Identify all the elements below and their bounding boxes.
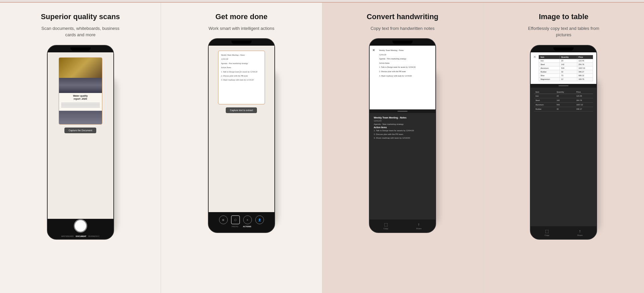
features-container: Superior quality scans Scan documents, w… bbox=[0, 3, 644, 293]
phone-hw-topbar bbox=[370, 39, 435, 46]
th-dark-qty: Quantity bbox=[555, 90, 575, 94]
th-dark-price: Price bbox=[575, 90, 593, 94]
hw-line-7: 3. Share roadway with team by 12/10/20 bbox=[221, 79, 262, 81]
table-row-dark: Iron23123.45 bbox=[534, 94, 593, 98]
close-button[interactable]: ✕ bbox=[372, 48, 375, 52]
td-dark-qty: 543 bbox=[555, 102, 575, 107]
hw-line-5: 1. Talk to Design team for assets by 12/… bbox=[221, 70, 262, 73]
hw-note-line4: Action Items bbox=[379, 62, 431, 65]
feature-scan-title: Superior quality scans bbox=[41, 12, 120, 22]
image-table-dark: Item Quantity Price Iron23123.45 Steel14… bbox=[534, 90, 593, 111]
table-row: Magnesium12160.76 bbox=[539, 77, 593, 81]
phone-scan: Water qualityreport -2020 Capture the Do… bbox=[47, 45, 114, 240]
td-qty: 142 bbox=[560, 62, 577, 66]
th-item: Item bbox=[539, 55, 560, 59]
phone-scan-wrapper: Water qualityreport -2020 Capture the Do… bbox=[47, 45, 114, 240]
tab-document[interactable]: DOCUMENT bbox=[76, 235, 87, 237]
icon-actions[interactable]: ⬡ bbox=[231, 215, 240, 224]
table-row: Iron23123.45 bbox=[539, 59, 593, 62]
hw-action-label: Action Items bbox=[374, 126, 431, 129]
hw-note-line2: 12/01/20 bbox=[379, 53, 431, 57]
hw-note-line5: 1. Talk to Design team for assets by 12/… bbox=[379, 66, 431, 69]
it-copy-action[interactable]: ⬚ Copy bbox=[545, 229, 549, 236]
td-dark-item: Rubber bbox=[534, 107, 555, 111]
td-dark-item: Aluminum bbox=[534, 102, 555, 107]
phone-scan-notch bbox=[70, 47, 91, 51]
doc-line bbox=[61, 105, 100, 106]
td-price: 1937.22 bbox=[577, 66, 593, 70]
td-item: Aluminum bbox=[539, 66, 560, 70]
phone-hw-wrapper: ✕ Weekly Team Meeting - Notes 12/01/20 A… bbox=[369, 38, 436, 233]
capture-text-button[interactable]: Capture text to extract bbox=[226, 107, 257, 113]
hw-action-1: 1. Talk to Design team for assets by 12/… bbox=[374, 129, 431, 132]
td-item: Iron bbox=[539, 59, 560, 62]
icon-table[interactable]: ⊞ bbox=[219, 215, 228, 224]
hw-note-line3: Agenda - New marketing strategy bbox=[379, 57, 431, 61]
doc-title-area: Water qualityreport -2020 bbox=[59, 93, 102, 102]
capture-doc-button[interactable]: Capture the Document bbox=[64, 128, 96, 133]
copy-label: Copy bbox=[384, 228, 388, 230]
phone-hw: ✕ Weekly Team Meeting - Notes 12/01/20 A… bbox=[369, 38, 436, 233]
td-item: Silce bbox=[539, 74, 560, 77]
doc-title-text: Water qualityreport -2020 bbox=[61, 94, 100, 100]
phone-actions-topbar bbox=[209, 39, 274, 46]
hw-note-line1: Weekly Team Meeting - Notes bbox=[379, 49, 431, 52]
td-qty: 23 bbox=[560, 59, 577, 62]
it-share-action[interactable]: ↑ Share bbox=[577, 229, 583, 236]
td-qty: 73 bbox=[560, 74, 577, 77]
table-row-dark: Aluminum5431937.22 bbox=[534, 102, 593, 107]
td-price: 346.27 bbox=[577, 70, 593, 74]
icon-read[interactable]: ≡ bbox=[243, 215, 252, 224]
copy-action[interactable]: ⬚ Copy bbox=[384, 222, 388, 230]
td-item: Magnesium bbox=[539, 77, 560, 81]
hw-converted-agenda: Agenda - New marketing strategy bbox=[374, 123, 431, 125]
tab-actions[interactable]: ACTIONS bbox=[243, 226, 251, 228]
hw-line-3: Agenda - New marketing strategy bbox=[221, 62, 262, 65]
it-copy-label: Copy bbox=[545, 234, 549, 236]
td-dark-price: 346.17 bbox=[575, 107, 593, 111]
td-dark-price: 123.45 bbox=[575, 94, 593, 98]
doc-img-building bbox=[59, 111, 102, 124]
hw-bottom-section: Weekly Team Meeting - Notes 12/01/20 Age… bbox=[370, 113, 435, 219]
td-price: 160.76 bbox=[577, 77, 593, 81]
feature-hw-desc: Copy text from handwritten notes bbox=[371, 25, 435, 32]
hw-note-line7: 3. Share roadway with team by 12/10/20 bbox=[379, 75, 431, 78]
td-qty: 32 bbox=[560, 70, 577, 74]
td-dark-price: 1937.22 bbox=[575, 102, 593, 107]
feature-actions: Get more done Work smart with intelligen… bbox=[161, 3, 322, 293]
hw-line-6: 2. Discuss plan with the PR team bbox=[221, 75, 262, 77]
hw-action-bar: ⬚ Copy ↑ Share bbox=[370, 219, 435, 232]
phone-actions-notch bbox=[231, 41, 252, 44]
th-qty: Quantity bbox=[560, 55, 577, 59]
phone-actions-wrapper: Weekly Team Meeting - Notes 12/01/20 Age… bbox=[208, 38, 275, 233]
tab-photo[interactable]: PHOTO bbox=[232, 226, 238, 228]
top-nav-bar bbox=[0, 0, 644, 3]
icon-contact[interactable]: 👤 bbox=[255, 215, 264, 224]
td-qty: 12 bbox=[560, 77, 577, 81]
phone-it-notch bbox=[553, 47, 574, 51]
td-item: Steel bbox=[539, 62, 560, 66]
table-row: Rubber32346.27 bbox=[539, 70, 593, 74]
phone-scan-bottom: WHITEBOARD DOCUMENT BUSINESS C bbox=[48, 219, 113, 239]
tab-business[interactable]: BUSINESS C bbox=[88, 235, 99, 237]
scan-bottom-tabs: WHITEBOARD DOCUMENT BUSINESS C bbox=[58, 234, 102, 239]
phone-actions-screen: Weekly Team Meeting - Notes 12/01/20 Age… bbox=[209, 46, 274, 212]
phone-hw-notch bbox=[392, 41, 413, 44]
td-price: 906.12 bbox=[577, 74, 593, 77]
close-table-button[interactable]: ✕ bbox=[533, 55, 536, 59]
feature-handwriting: Convert handwriting Copy text from handw… bbox=[322, 3, 483, 293]
doc-img-landscape bbox=[59, 58, 102, 78]
hw-line-1: Weekly Team Meeting - Notes bbox=[221, 54, 262, 56]
share-action[interactable]: ↑ Share bbox=[416, 222, 422, 230]
table-row: Steel142254.76 bbox=[539, 62, 593, 66]
feature-actions-desc: Work smart with intelligent actions bbox=[209, 25, 274, 32]
shutter-button[interactable] bbox=[74, 219, 87, 233]
feature-actions-title: Get more done bbox=[215, 12, 267, 22]
table-screen: ✕ Item Quantity Price bbox=[531, 52, 596, 239]
hw-line-2: 12/01/20 bbox=[221, 58, 262, 60]
doc-preview: Water qualityreport -2020 bbox=[59, 57, 102, 125]
scan-content: Water qualityreport -2020 Capture the Do… bbox=[48, 52, 113, 219]
tab-whiteboard[interactable]: WHITEBOARD bbox=[61, 235, 73, 237]
phone-actions: Weekly Team Meeting - Notes 12/01/20 Age… bbox=[208, 38, 275, 233]
feature-it-desc: Effortlessly copy text and tables from p… bbox=[520, 25, 607, 38]
